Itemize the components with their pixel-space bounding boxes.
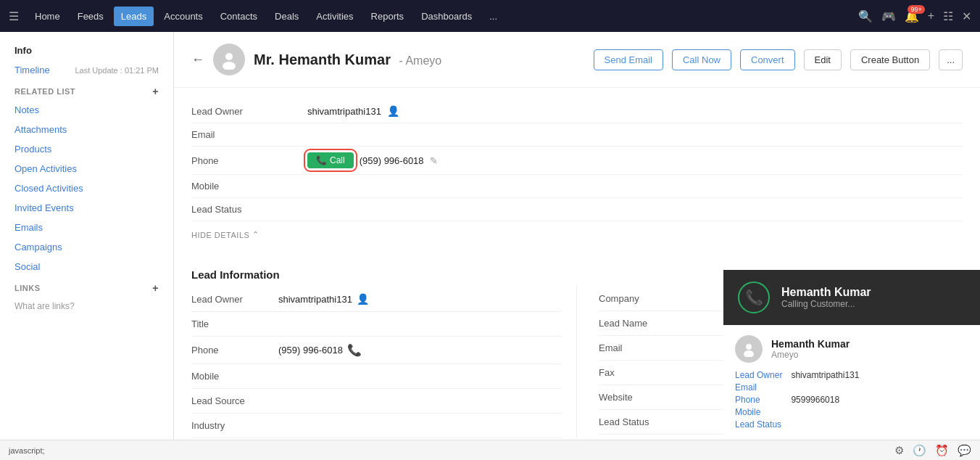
phone-green-icon[interactable]: 📞 [347,343,362,357]
nav-accounts[interactable]: Accounts [157,7,209,26]
notification-badge: 99+ [908,5,924,14]
edit-button[interactable]: Edit [804,49,842,70]
sidebar-item-attachments[interactable]: Attachments [0,120,173,139]
mini-avatar [735,335,763,363]
nav-dashboards[interactable]: Dashboards [414,7,479,26]
lead-info-left-col: Lead Owner shivamtripathi131 👤 Title Pho… [191,287,577,438]
convert-button[interactable]: Convert [740,49,795,70]
sidebar-item-info[interactable]: Info [0,41,173,60]
chat-icon[interactable]: 💬 [958,444,971,457]
edit-pencil-icon[interactable]: ✎ [430,155,438,166]
lead-info-label-fax: Fax [599,367,686,378]
svg-point-2 [746,344,752,350]
sidebar-item-invited-events[interactable]: Invited Events [0,198,173,218]
lead-info-row-lead-source: Lead Source [191,389,562,414]
gamepad-icon[interactable]: 🎮 [881,9,896,23]
info-label-phone: Phone [191,155,307,166]
lead-info-row-industry: Industry [191,414,562,438]
mini-label-email: Email [735,382,782,393]
svg-point-3 [744,350,754,357]
lead-info-row-mobile: Mobile [191,364,562,389]
user-icon: 👤 [387,105,399,117]
call-button[interactable]: 📞 Call [307,152,354,168]
top-nav: ☰ Home Feeds Leads Accounts Contacts Dea… [0,0,980,32]
lead-info-label-company: Company [599,293,686,304]
mini-contact-info: Hemanth Kumar Ameyo [771,338,850,360]
lead-info-label-mobile: Mobile [191,371,278,382]
lead-info-label-website: Website [599,392,686,403]
history-icon[interactable]: ⏰ [935,444,949,457]
svg-point-1 [223,62,236,70]
status-text: javascript; [9,446,45,455]
sidebar-item-social[interactable]: Social [0,257,173,276]
hide-details-row: HIDE DETAILS ⌃ [191,221,963,248]
mini-contact-name: Hemanth Kumar [771,338,850,350]
mini-fields: Lead Owner shivamtripathi131 Email Phone… [735,370,968,430]
sidebar-item-notes[interactable]: Notes [0,100,173,120]
links-add-icon[interactable]: + [152,282,159,294]
nav-reports[interactable]: Reports [364,7,412,26]
sidebar-item-open-activities[interactable]: Open Activities [0,159,173,178]
lead-info-label-industry: Industry [191,420,278,431]
lead-info-label-lead-status-right: Lead Status [599,416,686,427]
nav-deals[interactable]: Deals [267,7,306,26]
info-grid: Lead Owner shivamtripathi131 👤 Email Pho… [174,88,980,260]
sidebar-item-products[interactable]: Products [0,139,173,159]
lead-info-row-title: Title [191,312,562,337]
calling-status: Calling Customer... [781,299,871,309]
nav-activities[interactable]: Activities [309,7,360,26]
lead-info-value-lead-owner: shivamtripathi131 👤 [278,293,369,305]
info-row-phone: Phone 📞 Call (959) 996-6018 ✎ [191,147,963,175]
sidebar-item-closed-activities[interactable]: Closed Activities [0,178,173,198]
lead-info-label-lead-owner: Lead Owner [191,294,278,305]
lead-info-label-email-right: Email [599,342,686,353]
content-header: ← Mr. Hemanth Kumar - Ameyo Send Email C… [174,32,980,88]
settings-icon[interactable]: ⚙ [894,444,904,457]
back-button[interactable]: ← [191,52,204,67]
info-value-lead-owner: shivamtripathi131 👤 [307,105,399,117]
more-button[interactable]: ... [939,49,963,70]
call-now-button[interactable]: Call Now [672,49,731,70]
nav-feeds[interactable]: Feeds [70,7,111,26]
sidebar-timeline-time: Last Update : 01:21 PM [75,66,159,75]
info-row-lead-owner: Lead Owner shivamtripathi131 👤 [191,99,963,123]
grid-icon[interactable]: ☷ [943,9,953,23]
nav-home[interactable]: Home [28,7,67,26]
mini-value-mobile [791,407,968,417]
related-list-add-icon[interactable]: + [152,86,159,97]
mini-value-lead-owner: shivamtripathi131 [791,370,968,380]
close-icon[interactable]: ✕ [962,9,971,23]
clock-icon[interactable]: 🕐 [913,444,926,457]
info-row-lead-status: Lead Status [191,198,963,221]
lead-info-label-lead-source: Lead Source [191,395,278,406]
nav-more[interactable]: ... [482,7,504,26]
sidebar-item-timeline[interactable]: Timeline [14,65,50,75]
sidebar-timeline: Timeline Last Update : 01:21 PM [0,60,173,80]
contact-avatar [213,44,245,75]
svg-point-0 [225,53,233,60]
mini-card: Hemanth Kumar Ameyo Lead Owner shivamtri… [723,325,980,440]
nav-contacts[interactable]: Contacts [213,7,265,26]
lead-info-label-title: Title [191,319,278,329]
hide-details-button[interactable]: HIDE DETAILS ⌃ [191,224,963,242]
sidebar-item-campaigns[interactable]: Campaigns [0,237,173,257]
mini-contact-company: Ameyo [771,350,850,360]
create-button[interactable]: Create Button [850,49,930,70]
contact-name: Mr. Hemanth Kumar [254,52,395,67]
plus-icon[interactable]: + [928,9,934,22]
lead-info-value-phone: (959) 996-6018 📞 [278,343,362,357]
sidebar-item-emails[interactable]: Emails [0,218,173,237]
calling-name: Hemanth Kumar [781,286,871,299]
links-label: LINKS [14,284,41,292]
mini-value-lead-status [791,419,968,430]
hamburger-icon[interactable]: ☰ [9,9,19,23]
sidebar-links-header: LINKS + [0,276,173,297]
status-icons: ⚙ 🕐 ⏰ 💬 [894,444,971,457]
info-value-phone: 📞 Call (959) 996-6018 ✎ [307,152,438,168]
nav-leads[interactable]: Leads [114,7,154,26]
sidebar-links-help[interactable]: What are links? [0,297,173,316]
user-icon-2: 👤 [357,293,369,305]
search-icon[interactable]: 🔍 [858,9,873,23]
send-email-button[interactable]: Send Email [594,49,663,70]
related-list-label: RELATED LIST [14,87,75,96]
